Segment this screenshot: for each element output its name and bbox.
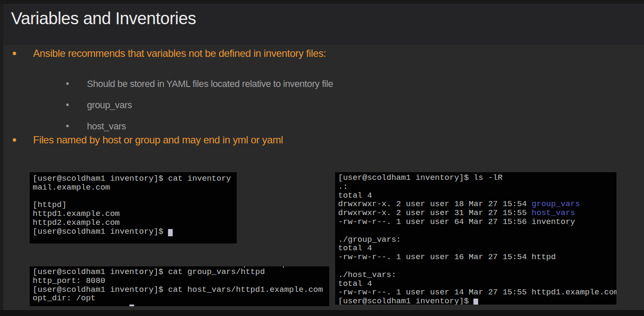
- terminal-line: [user@scoldham1 inventory]$ ls -lR: [338, 173, 616, 182]
- terminal-text: [338, 226, 343, 235]
- bullet-icon: [13, 52, 16, 55]
- terminal-line: [user@scoldham1 inventory]$ cat group_va…: [33, 267, 329, 276]
- terminal-text: -rw-rw-r--. 1 user user 16 Mar 27 15:54 …: [338, 252, 556, 262]
- terminal-text: [user@scoldham1 inventory]$ ls -lR: [338, 173, 503, 182]
- sub-bullet-icon: [66, 103, 69, 106]
- bullet-text: Files named by host or group and may end…: [33, 134, 283, 145]
- sub-bullet-icon: [66, 125, 69, 127]
- terminal-line: [user@scoldham1 inventory]$ cat inventor…: [33, 174, 237, 183]
- terminal-line: [33, 192, 237, 201]
- terminal-cursor: [473, 299, 478, 305]
- terminal-line: [user@scoldham1 inventory]$ cat host_var…: [33, 285, 329, 294]
- terminal-line: .:: [338, 182, 616, 191]
- terminal-line: httpd1.example.com: [33, 209, 237, 218]
- sub-bullet-text: group_vars: [87, 100, 132, 110]
- bottom-border: [0, 310, 644, 316]
- terminal-text: httpd2.example.com: [33, 218, 120, 227]
- terminal-line: total 4: [338, 243, 616, 252]
- bullet-item: Files named by host or group and may end…: [0, 134, 644, 146]
- slide-title: Variables and Inventories: [11, 9, 196, 28]
- terminal-line: -rw-rw-r--. 1 user user 16 Mar 27 15:54 …: [338, 252, 616, 261]
- terminal-text: .:: [338, 182, 348, 191]
- terminal-line: [user@scoldham1 inventory]$: [338, 296, 616, 305]
- sub-bullet-icon: [66, 82, 69, 85]
- terminal-line: [33, 302, 329, 306]
- terminal-line: opt_dir: /opt: [33, 294, 329, 302]
- terminal-line: [user@scoldham1 inventory]$: [33, 227, 237, 236]
- bullet-text: Ansible recommends that variables not be…: [33, 48, 326, 59]
- terminal-line: ./group_vars:: [338, 235, 616, 244]
- terminal-line: mail.example.com: [33, 183, 237, 192]
- terminal-line: [338, 226, 616, 235]
- terminal-text: mail.example.com: [33, 183, 110, 192]
- terminal-line: drwxrwxr-x. 2 user user 18 Mar 27 15:54 …: [338, 199, 616, 208]
- terminal-text: [33, 192, 37, 201]
- terminal-line: [httpd]: [33, 200, 237, 209]
- terminal-text: [user@scoldham1 inventory]$: [338, 296, 473, 305]
- terminal-text: -rw-rw-r--. 1 user user 14 Mar 27 15:55 …: [338, 288, 616, 297]
- sub-bullet-text: host_vars: [87, 121, 126, 131]
- terminal-screenshot-cat-inventory: [user@scoldham1 inventory]$ cat inventor…: [30, 172, 237, 243]
- sub-bullet-item: group_vars: [0, 100, 644, 111]
- terminal-text: total 4: [338, 191, 372, 200]
- terminal-text: ./group_vars:: [338, 235, 401, 244]
- terminal-line: -rw-rw-r--. 1 user user 14 Mar 27 15:55 …: [338, 288, 616, 296]
- presentation-slide: Variables and Inventories Ansible recomm…: [0, 0, 644, 316]
- terminal-cursor: [168, 229, 173, 236]
- terminal-line: ./host_vars:: [338, 270, 616, 279]
- terminal-line: httpd2.example.com: [33, 218, 237, 227]
- terminal-line: drwxrwxr-x. 2 user user 31 Mar 27 15:55 …: [338, 208, 616, 217]
- terminal-text: [user@scoldham1 inventory]$: [33, 227, 168, 236]
- terminal-text: drwxrwxr-x. 2 user user 31 Mar 27 15:55: [338, 208, 532, 218]
- terminal-cursor: [129, 305, 134, 306]
- terminal-text: -rw-rw-r--. 1 user user 64 Mar 27 15:56 …: [338, 217, 575, 227]
- terminal-screenshot-ls-lr: [user@scoldham1 inventory]$ ls -lR.:tota…: [335, 172, 616, 305]
- sub-bullet-text: Should be stored in YAML files located r…: [87, 78, 333, 89]
- terminal-line: total 4: [338, 191, 616, 200]
- bullet-item: Ansible recommends that variables not be…: [0, 48, 644, 59]
- terminal-text: [33, 302, 129, 306]
- sub-bullet-item: host_vars: [0, 121, 644, 132]
- terminal-text: [user@scoldham1 inventory]$ cat group_va…: [33, 267, 265, 277]
- slide-header: Variables and Inventories: [3, 4, 644, 45]
- terminal-line: [338, 261, 616, 270]
- terminal-text: total 4: [338, 279, 372, 288]
- terminal-line: total 4: [338, 279, 616, 288]
- terminal-text: total 4: [338, 243, 372, 253]
- terminal-text: [user@scoldham1 inventory]$ cat inventor…: [33, 174, 231, 183]
- terminal-line: -rw-rw-r--. 1 user user 64 Mar 27 15:56 …: [338, 217, 616, 226]
- terminal-text: httpd1.example.com: [33, 209, 120, 218]
- top-border: [0, 0, 644, 4]
- terminal-text: ./host_vars:: [338, 270, 396, 280]
- terminal-text: [338, 261, 343, 271]
- directory-name: host_vars: [532, 208, 575, 218]
- terminal-text: drwxrwxr-x. 2 user user 18 Mar 27 15:54: [338, 199, 532, 209]
- terminal-text: http_port: 8080: [33, 276, 105, 285]
- directory-name: group_vars: [532, 199, 580, 209]
- bullet-icon: [13, 138, 16, 142]
- cropped-text-artifact: [283, 266, 284, 268]
- sub-bullet-item: Should be stored in YAML files located r…: [0, 78, 644, 89]
- terminal-text: [user@scoldham1 inventory]$ cat host_var…: [33, 285, 323, 294]
- cropped-text-artifact: [244, 266, 245, 268]
- terminal-text: [httpd]: [33, 200, 67, 210]
- terminal-text: opt_dir: /opt: [33, 294, 95, 303]
- terminal-screenshot-cat-vars: [user@scoldham1 inventory]$ cat group_va…: [30, 266, 329, 306]
- terminal-line: http_port: 8080: [33, 276, 329, 285]
